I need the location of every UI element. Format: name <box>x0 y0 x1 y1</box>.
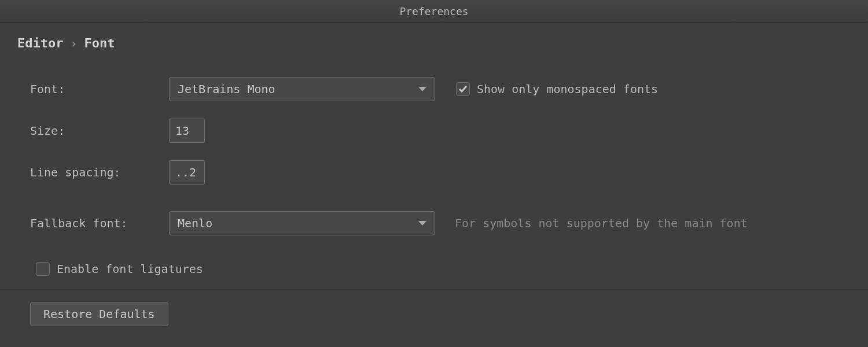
fallback-font-label: Fallback font: <box>30 216 169 230</box>
chevron-down-icon <box>418 87 426 91</box>
monospaced-only-checkbox-group[interactable]: Show only monospaced fonts <box>456 82 658 96</box>
line-spacing-value: ..2 <box>175 165 196 179</box>
size-label: Size: <box>30 124 169 138</box>
breadcrumb-separator-icon: › <box>70 36 77 50</box>
chevron-down-icon <box>418 221 426 226</box>
breadcrumb: Editor › Font <box>17 36 851 50</box>
line-spacing-input[interactable]: ..2 <box>169 160 205 184</box>
divider <box>0 290 868 290</box>
font-dropdown-value: JetBrains Mono <box>178 82 275 96</box>
ligatures-checkbox-group[interactable]: Enable font ligatures <box>36 262 203 276</box>
font-dropdown[interactable]: JetBrains Mono <box>169 77 435 101</box>
breadcrumb-current: Font <box>84 36 115 50</box>
monospaced-only-checkbox[interactable] <box>456 82 470 96</box>
fallback-font-dropdown[interactable]: Menlo <box>169 211 435 235</box>
breadcrumb-parent[interactable]: Editor <box>17 36 63 50</box>
fallback-font-value: Menlo <box>178 216 212 230</box>
title-bar: Preferences <box>0 0 868 23</box>
fallback-font-hint: For symbols not supported by the main fo… <box>455 216 748 230</box>
monospaced-only-label: Show only monospaced fonts <box>477 82 658 96</box>
font-label: Font: <box>30 82 169 96</box>
size-input[interactable]: 13 <box>169 119 205 143</box>
size-value: 13 <box>175 124 189 138</box>
ligatures-checkbox[interactable] <box>36 262 50 276</box>
restore-defaults-label: Restore Defaults <box>43 307 155 321</box>
check-icon <box>458 84 468 94</box>
window-title: Preferences <box>399 5 468 17</box>
ligatures-label: Enable font ligatures <box>57 262 203 276</box>
restore-defaults-button[interactable]: Restore Defaults <box>30 302 168 326</box>
line-spacing-label: Line spacing: <box>30 165 169 179</box>
